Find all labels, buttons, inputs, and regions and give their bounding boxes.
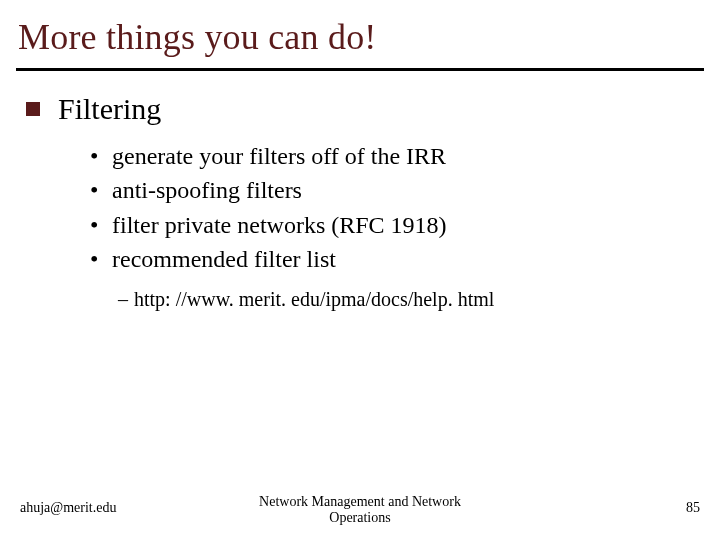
footer-page-number: 85 [686, 500, 700, 516]
bullet-level1-text: Filtering [58, 92, 161, 126]
dot-bullet-icon: • [90, 209, 112, 241]
slide: More things you can do! Filtering • gene… [0, 0, 720, 540]
footer-center-line2: Operations [329, 510, 390, 525]
footer-center-line1: Network Management and Network [259, 494, 461, 509]
list-item-text: generate your filters off of the IRR [112, 140, 446, 172]
dot-bullet-icon: • [90, 243, 112, 275]
list-item-text: filter private networks (RFC 1918) [112, 209, 447, 241]
square-bullet-icon [26, 102, 40, 116]
list-item: • recommended filter list [90, 243, 694, 275]
list-item: • anti-spoofing filters [90, 174, 694, 206]
dot-bullet-icon: • [90, 140, 112, 172]
list-item-text: recommended filter list [112, 243, 336, 275]
slide-title: More things you can do! [18, 16, 377, 58]
slide-footer: ahuja@merit.edu Network Management and N… [0, 490, 720, 530]
bullet-level1: Filtering [26, 92, 694, 126]
title-rule [16, 68, 704, 71]
footer-center: Network Management and Network Operation… [0, 494, 720, 526]
sub-list-item: – http: //www. merit. edu/ipma/docs/help… [118, 286, 694, 313]
slide-body: Filtering • generate your filters off of… [26, 92, 694, 313]
dash-bullet-icon: – [118, 286, 134, 313]
bullet-level3-list: – http: //www. merit. edu/ipma/docs/help… [118, 286, 694, 313]
dot-bullet-icon: • [90, 174, 112, 206]
list-item: • generate your filters off of the IRR [90, 140, 694, 172]
list-item: • filter private networks (RFC 1918) [90, 209, 694, 241]
sub-list-item-text: http: //www. merit. edu/ipma/docs/help. … [134, 286, 494, 313]
bullet-level2-list: • generate your filters off of the IRR •… [90, 140, 694, 276]
list-item-text: anti-spoofing filters [112, 174, 302, 206]
